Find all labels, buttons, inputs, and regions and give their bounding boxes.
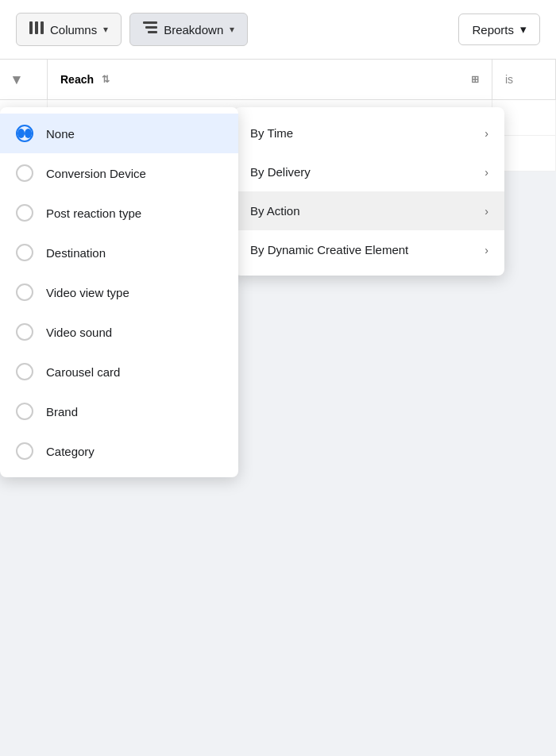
reach-filter-icon: ⊞ — [471, 74, 479, 85]
breakdown-chevron: ▾ — [230, 24, 234, 35]
radio-dot-none — [17, 129, 25, 138]
radio-video-view-type — [16, 284, 33, 301]
action-category[interactable]: Category — [0, 431, 238, 471]
svg-rect-4 — [145, 26, 157, 29]
breakdown-button[interactable]: Breakdown ▾ — [129, 13, 248, 46]
svg-rect-2 — [41, 21, 44, 34]
svg-rect-1 — [35, 21, 38, 34]
svg-rect-0 — [29, 21, 33, 34]
by-delivery-chevron: › — [485, 166, 488, 179]
action-conversion-device[interactable]: Conversion Device — [0, 153, 238, 193]
extra-col-header: is — [492, 60, 556, 99]
columns-label: Columns — [50, 23, 97, 37]
svg-rect-3 — [143, 21, 157, 24]
action-video-sound[interactable]: Video sound — [0, 312, 238, 352]
radio-brand — [16, 403, 33, 420]
breakdown-by-time[interactable]: By Time › — [234, 114, 504, 152]
radio-category — [16, 442, 33, 460]
breakdown-by-action[interactable]: By Action › — [234, 191, 504, 230]
reports-button[interactable]: Reports ▾ — [458, 14, 540, 45]
breakdown-by-delivery[interactable]: By Delivery › — [234, 152, 504, 191]
reach-header-label: Reach — [60, 73, 94, 86]
radio-carousel-card — [16, 363, 33, 380]
extra-header-label: is — [505, 73, 513, 86]
columns-button[interactable]: Columns ▾ — [16, 13, 122, 46]
radio-conversion-device — [16, 164, 33, 182]
column-header-row: ▾ Reach ⇅ ⊞ is — [0, 60, 556, 100]
content-area: ▾ Reach ⇅ ⊞ is 0.04 4,860 0 u — [0, 60, 556, 752]
reports-chevron: ▾ — [520, 22, 527, 37]
radio-none — [16, 125, 33, 142]
action-video-view-type[interactable]: Video view type — [0, 272, 238, 312]
action-post-reaction[interactable]: Post reaction type — [0, 193, 238, 233]
action-destination[interactable]: Destination — [0, 233, 238, 272]
breakdown-icon — [143, 21, 157, 37]
radio-destination — [16, 244, 33, 261]
toolbar: Columns ▾ Breakdown ▾ Reports ▾ — [0, 0, 556, 60]
columns-chevron: ▾ — [103, 24, 108, 35]
action-none[interactable]: None — [0, 114, 238, 153]
radio-video-sound — [16, 323, 33, 341]
sort-cell: ▾ — [0, 60, 48, 99]
breakdown-dropdown: By Time › By Delivery › By Action › By D… — [234, 107, 504, 276]
breakdown-by-dynamic[interactable]: By Dynamic Creative Element › — [234, 230, 504, 269]
by-action-chevron: › — [485, 205, 488, 218]
by-time-chevron: › — [485, 127, 488, 140]
action-brand[interactable]: Brand — [0, 392, 238, 431]
columns-icon — [29, 21, 44, 37]
svg-rect-5 — [148, 31, 157, 33]
reach-sort-icon: ⇅ — [102, 74, 110, 85]
by-dynamic-chevron: › — [485, 244, 488, 256]
breakdown-label: Breakdown — [164, 23, 223, 37]
action-dropdown: None Conversion Device Post reaction typ… — [0, 107, 238, 477]
action-carousel-card[interactable]: Carousel card — [0, 352, 238, 392]
reports-label: Reports — [472, 23, 514, 37]
reach-header-cell: Reach ⇅ ⊞ — [48, 60, 492, 99]
radio-post-reaction — [16, 204, 33, 222]
